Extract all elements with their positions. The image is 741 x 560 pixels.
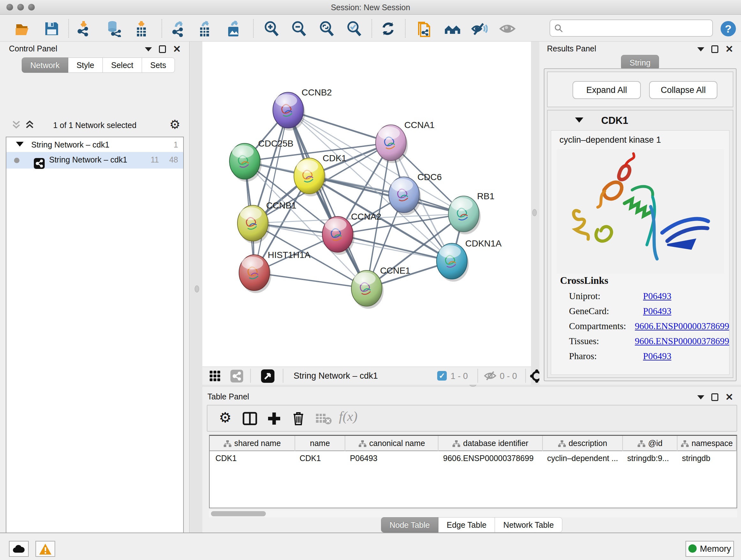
table-cell[interactable]: stringdb:9...: [623, 451, 677, 465]
tab-string[interactable]: String: [621, 55, 659, 70]
string-results-container: Expand All Collapse All CDK1 cyclin–depe…: [544, 68, 737, 381]
network-collection-row[interactable]: String Network – cdk1 1: [6, 137, 183, 152]
column-header-database-identifier[interactable]: database identifier: [439, 436, 542, 451]
expand-all-button[interactable]: Expand All: [572, 81, 641, 99]
show-all-icon[interactable]: [499, 20, 516, 37]
table-cell[interactable]: P06493: [346, 451, 439, 465]
import-network-from-file-icon[interactable]: [75, 20, 92, 37]
control-panel-float-icon[interactable]: [159, 45, 166, 53]
right-splitter-handle[interactable]: [532, 209, 537, 216]
results-panel-close-icon[interactable]: ✕: [725, 45, 733, 53]
control-panel-close-icon[interactable]: ✕: [173, 45, 181, 53]
import-network-from-database-icon[interactable]: [106, 20, 123, 37]
crosslink-link[interactable]: 9606.ENSP00000378699: [635, 336, 729, 347]
selected-checkbox-icon[interactable]: ✓: [437, 371, 447, 381]
tab-style[interactable]: Style: [68, 57, 103, 73]
network-row-selected[interactable]: String Network – cdk1 11 48: [6, 152, 183, 169]
column-header--id[interactable]: @id: [623, 436, 677, 451]
open-session-icon[interactable]: [14, 20, 31, 37]
export-table-to-file-icon[interactable]: [196, 20, 213, 37]
results-panel-collapse-icon[interactable]: [697, 47, 704, 51]
save-session-icon[interactable]: [44, 20, 60, 37]
zoom-fit-icon[interactable]: [319, 20, 335, 37]
help-icon[interactable]: ?: [720, 20, 737, 37]
table-gear-icon[interactable]: ⚙: [219, 409, 231, 426]
gene-collapse-icon[interactable]: [575, 118, 583, 123]
tab-sets[interactable]: Sets: [142, 57, 175, 73]
table-panel-close-icon[interactable]: ✕: [725, 393, 733, 401]
table-cell[interactable]: cyclin–dependent ...: [542, 451, 623, 465]
string-view-icon[interactable]: [230, 370, 243, 382]
node-label-CDKN1A: CDKN1A: [465, 239, 502, 248]
table-panel-collapse-icon[interactable]: [697, 395, 704, 399]
network-node-HIST1H1A[interactable]: [239, 255, 271, 293]
network-node-CCNA1[interactable]: [376, 125, 408, 163]
network-edge[interactable]: [288, 110, 367, 288]
tab-edge-table[interactable]: Edge Table: [439, 517, 495, 533]
crosslink-link[interactable]: 9606.ENSP00000378699: [635, 321, 729, 331]
column-header-canonical-name[interactable]: canonical name: [345, 436, 439, 451]
network-node-CCNB1[interactable]: [238, 205, 270, 244]
control-panel: Control Panel ✕ Network Style Select Set…: [0, 42, 190, 533]
collapse-all-button[interactable]: Collapse All: [649, 81, 718, 99]
view-toolbar-separator: [477, 369, 478, 383]
memory-button[interactable]: Memory: [685, 541, 734, 557]
table-cell[interactable]: CDK1: [210, 451, 295, 465]
column-header-description[interactable]: description: [543, 436, 623, 451]
network-node-RB1[interactable]: [448, 196, 481, 234]
first-neighbors-icon[interactable]: [444, 20, 461, 37]
search-input[interactable]: [549, 19, 713, 37]
network-node-CCNB2[interactable]: [273, 92, 305, 131]
zoom-selected-icon[interactable]: [346, 20, 362, 37]
collection-expand-icon[interactable]: [16, 142, 23, 146]
open-in-window-icon[interactable]: [261, 369, 274, 383]
network-node-CDC25B[interactable]: [229, 143, 262, 182]
crosslink-row: Tissues:9606.ENSP00000378699: [569, 336, 729, 347]
column-header-namespace[interactable]: namespace: [677, 436, 737, 451]
control-panel-collapse-icon[interactable]: [145, 47, 152, 51]
delete-column-icon[interactable]: [291, 411, 306, 426]
cloud-status-button[interactable]: [9, 541, 29, 557]
network-canvas[interactable]: CCNB2CCNA1CDC25BCDK1CDC6RB1CCNB1CCNA2CDK…: [202, 42, 531, 367]
zoom-out-icon[interactable]: [291, 20, 307, 37]
zoom-in-icon[interactable]: [263, 20, 280, 37]
node-table[interactable]: shared namenamecanonical namedatabase id…: [209, 435, 737, 508]
network-node-CCNE1[interactable]: [351, 270, 384, 309]
crosslink-link[interactable]: P06493: [643, 351, 671, 361]
table-cell[interactable]: CDK1: [295, 451, 346, 465]
hide-selected-icon[interactable]: [471, 20, 488, 37]
tab-node-table[interactable]: Node Table: [381, 517, 439, 533]
network-node-CDKN1A[interactable]: [436, 243, 469, 282]
table-row[interactable]: CDK1CDK1P064939606.ENSP00000378699cyclin…: [210, 451, 737, 465]
grid-view-icon[interactable]: [209, 370, 221, 382]
table-horizontal-scrollbar[interactable]: [209, 510, 737, 517]
network-node-CCNA2[interactable]: [322, 216, 354, 255]
export-network-to-file-icon[interactable]: [170, 20, 187, 37]
export-image-icon[interactable]: [225, 20, 242, 37]
left-splitter-handle[interactable]: [195, 286, 199, 293]
table-cell[interactable]: 9606.ENSP00000378699: [439, 451, 543, 465]
tab-network-table[interactable]: Network Table: [495, 517, 562, 533]
import-table-from-file-icon[interactable]: [133, 20, 150, 37]
add-column-icon[interactable]: [267, 411, 281, 426]
table-panel-float-icon[interactable]: [711, 393, 718, 401]
network-options-gear-icon[interactable]: ⚙: [170, 118, 180, 132]
gene-header[interactable]: CDK1: [548, 111, 733, 130]
results-panel-float-icon[interactable]: [711, 45, 718, 53]
window-title: Session: New Session: [0, 3, 741, 12]
crosslink-link[interactable]: P06493: [643, 291, 671, 301]
network-node-CDK1[interactable]: [294, 158, 326, 196]
table-cell[interactable]: stringdb: [677, 451, 737, 465]
refresh-icon[interactable]: [380, 20, 396, 37]
tab-network[interactable]: Network: [22, 57, 68, 73]
tab-select[interactable]: Select: [103, 57, 142, 73]
scrollbar-handle[interactable]: [211, 511, 266, 516]
column-header-shared-name[interactable]: shared name: [210, 436, 295, 451]
column-header-name[interactable]: name: [295, 436, 346, 451]
new-network-from-selection-icon[interactable]: [416, 20, 433, 37]
network-node-CDC6[interactable]: [389, 177, 421, 215]
crosslink-link[interactable]: P06493: [643, 306, 671, 316]
show-columns-icon[interactable]: [243, 411, 257, 426]
results-panel-title: Results Panel: [547, 44, 596, 53]
warning-button[interactable]: [36, 541, 55, 557]
